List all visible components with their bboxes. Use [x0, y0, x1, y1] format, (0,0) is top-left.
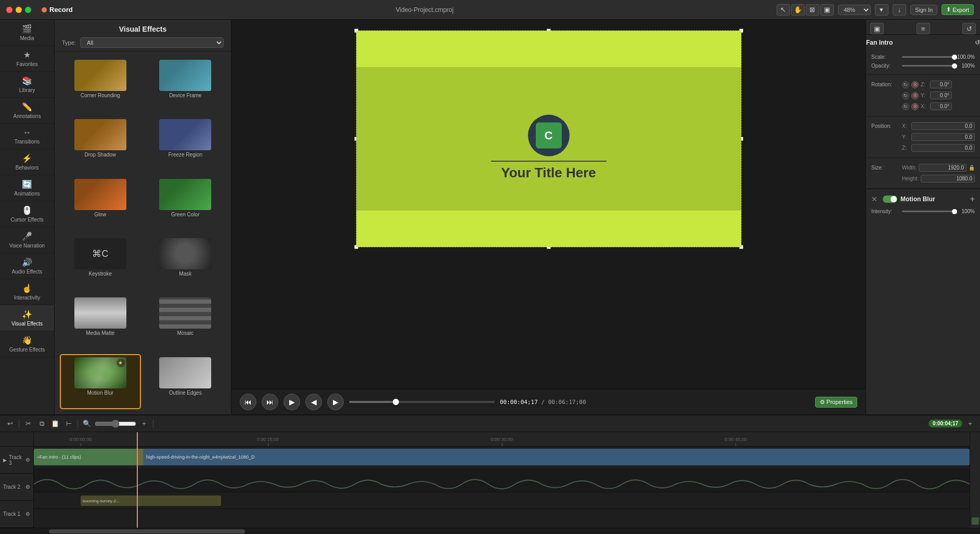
step-back-button[interactable]: ⏭ — [262, 394, 278, 410]
signin-button[interactable]: Sign In — [910, 5, 937, 15]
zoom-dropdown-icon[interactable]: ▾ — [875, 4, 888, 16]
sidebar-item-voice[interactable]: 🎤 Voice Narration — [0, 227, 54, 253]
properties-button[interactable]: ⚙ Properties — [815, 397, 857, 408]
effect-glow[interactable]: Glow — [60, 176, 141, 231]
fanintro-clip[interactable]: + Fan Intro · (11 clips) — [34, 449, 138, 465]
effect-outline-edges[interactable]: Outline Edges — [145, 354, 226, 409]
maximize-window-button[interactable] — [25, 7, 31, 13]
export-button[interactable]: ⬆ Export — [942, 4, 974, 15]
props-timeline-icon[interactable]: ≡ — [917, 23, 930, 34]
width-input[interactable] — [919, 164, 966, 172]
effect-corner-rounding[interactable]: Corner Rounding — [60, 57, 141, 112]
rot-ccw-x[interactable]: ⦿ — [911, 103, 919, 110]
close-window-button[interactable] — [6, 7, 12, 13]
props-layout-icon[interactable]: ▣ — [870, 23, 884, 34]
undo-button[interactable]: ↩ — [4, 418, 16, 429]
pos-z-input[interactable] — [911, 144, 975, 152]
rot-x-input[interactable] — [930, 102, 952, 110]
track1-settings[interactable]: ⚙ — [25, 511, 30, 517]
timeline-expand-button[interactable] — [972, 517, 979, 525]
cursor-tool-button[interactable]: ↖ — [777, 4, 790, 16]
prev-frame-button[interactable]: ◀ — [305, 394, 322, 410]
props-refresh-icon[interactable]: ↺ — [962, 23, 976, 34]
intensity-slider[interactable] — [902, 211, 955, 212]
rot-y-input[interactable] — [930, 92, 952, 99]
playhead[interactable] — [137, 432, 138, 528]
preview-canvas[interactable]: C Your Title Here — [356, 31, 741, 247]
scale-label: Scale: — [871, 54, 900, 60]
sidebar-item-interactivity[interactable]: ☝️ Interactivity — [0, 279, 54, 305]
intensity-row: Intensity: 100% — [871, 207, 975, 216]
sidebar-item-gesture[interactable]: 👋 Gesture Effects — [0, 331, 54, 357]
effect-close-button[interactable]: ✕ — [871, 195, 878, 203]
layout-tool-button[interactable]: ▣ — [820, 4, 834, 16]
lock-icon[interactable]: 🔒 — [969, 165, 975, 171]
opacity-slider[interactable] — [902, 65, 955, 67]
sidebar-item-cursor[interactable]: 🖱️ Cursor Effects — [0, 201, 54, 227]
cut-button[interactable]: ✂ — [22, 418, 34, 429]
fanintro-clip-text: Fan Intro · (11 clips) — [40, 454, 81, 460]
seek-bar[interactable] — [349, 401, 495, 403]
rot-ccw-y[interactable]: ⦿ — [911, 92, 919, 99]
opacity-label: Opacity: — [871, 63, 900, 69]
rewind-button[interactable]: ⏮ — [240, 394, 256, 410]
crop-tool-button[interactable]: ⊠ — [806, 4, 819, 16]
effect-keystroke[interactable]: ⌘C Keystroke — [60, 235, 141, 290]
sidebar-item-annotations[interactable]: ✏️ Annotations — [0, 98, 54, 124]
reset-icon[interactable]: ↺ — [975, 39, 980, 46]
motion-blur-toggle[interactable] — [883, 196, 897, 203]
minimize-window-button[interactable] — [16, 7, 22, 13]
effect-motion-blur[interactable]: ★ Motion Blur — [60, 354, 141, 409]
effect-drop-shadow[interactable]: Drop Shadow — [60, 116, 141, 171]
scale-slider[interactable] — [902, 56, 955, 58]
zoom-in-button[interactable]: + — [138, 418, 150, 429]
next-frame-button[interactable]: ▶ — [327, 394, 344, 410]
play-pause-button[interactable]: ▶ — [283, 394, 300, 410]
add-track-button[interactable]: + — [964, 418, 976, 429]
zoom-out-button[interactable]: 🔍 — [81, 418, 93, 429]
track3-settings[interactable]: ⚙ — [25, 457, 30, 463]
rot-ccw-z[interactable]: ⦿ — [911, 81, 919, 88]
rot-z-input[interactable] — [930, 81, 952, 88]
copy-button[interactable]: ⧉ — [36, 418, 47, 429]
timeline-content[interactable]: 0:00:00;00 0:00:15;00 0:00:30;00 0:00:45… — [34, 432, 970, 528]
sidebar-item-media[interactable]: 🎬 Media — [0, 20, 54, 46]
height-input[interactable] — [921, 175, 975, 183]
paste-button[interactable]: 📋 — [49, 418, 61, 429]
sidebar-item-animations[interactable]: 🔄 Animations — [0, 175, 54, 201]
scrollbar-thumb[interactable] — [49, 529, 245, 533]
sidebar-item-audio[interactable]: 🔊 Audio Effects — [0, 253, 54, 279]
annotations-icon: ✏️ — [22, 102, 32, 112]
effect-device-frame[interactable]: Device Frame — [145, 57, 226, 112]
effect-mosaic[interactable]: Mosaic — [145, 294, 226, 349]
rot-cw-x[interactable]: ↻ — [902, 103, 909, 110]
zoom-select[interactable]: 48% 100% 50% — [838, 5, 871, 15]
track1-clip[interactable]: booming-survey-2... — [81, 496, 221, 506]
sidebar-item-library[interactable]: 📚 Library — [0, 72, 54, 98]
sidebar-item-behaviors[interactable]: ⚡ Behaviors — [0, 149, 54, 175]
record-button[interactable]: Record — [42, 6, 73, 14]
intensity-slider-fill — [902, 211, 955, 212]
rot-cw-y[interactable]: ↻ — [902, 92, 909, 99]
effect-mask[interactable]: Mask — [145, 235, 226, 290]
sidebar-item-transitions[interactable]: ↔ Transitions — [0, 124, 54, 149]
download-icon[interactable]: ↓ — [893, 4, 906, 16]
timeline-scrollbar[interactable] — [0, 528, 980, 534]
rot-cw-z[interactable]: ↻ — [902, 81, 909, 88]
sidebar-item-visual[interactable]: ✨ Visual Effects — [0, 305, 54, 331]
pos-x-input[interactable] — [911, 122, 975, 130]
video-clip[interactable]: high-speed-driving-in-the-night_e4mj4wtz… — [143, 449, 970, 465]
effect-media-matte[interactable]: Media Matte — [60, 294, 141, 349]
hand-tool-button[interactable]: ✋ — [791, 4, 805, 16]
zoom-slider[interactable] — [95, 420, 136, 428]
time-label-0: 0:00:00;00 — [70, 437, 92, 442]
pos-y-input[interactable] — [911, 133, 975, 141]
effect-freeze-region[interactable]: Freeze Region — [145, 116, 226, 171]
track-labels: ▶ Track 3 ⚙ Track 2 ⚙ Track 1 ⚙ — [0, 432, 34, 528]
add-effect-button[interactable]: + — [970, 194, 975, 204]
effect-green-color[interactable]: Green Color — [145, 176, 226, 231]
sidebar-item-favorites[interactable]: ★ Favorites — [0, 46, 54, 72]
type-select[interactable]: All Basic — [80, 37, 224, 48]
track2-settings[interactable]: ⚙ — [25, 484, 30, 490]
split-button[interactable]: ⊢ — [63, 418, 74, 429]
